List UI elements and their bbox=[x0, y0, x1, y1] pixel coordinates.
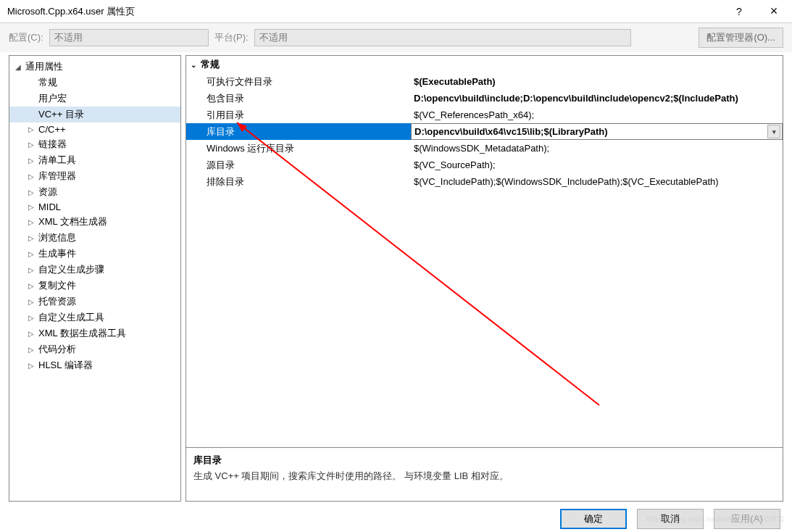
tree-item-label: 生成事件 bbox=[38, 247, 76, 260]
prop-label: 包含目录 bbox=[186, 92, 411, 105]
window-title: Microsoft.Cpp.x64.user 属性页 bbox=[7, 5, 135, 18]
prop-value[interactable]: D:\opencv\build\include;D:\opencv\build\… bbox=[411, 93, 783, 104]
tree-item-label: 自定义生成工具 bbox=[38, 311, 104, 324]
tree-item-label: XML 数据生成器工具 bbox=[38, 327, 126, 340]
tree-item-label: 库管理器 bbox=[38, 170, 76, 183]
expand-icon[interactable]: ▷ bbox=[28, 282, 38, 290]
desc-title: 库目录 bbox=[193, 454, 775, 467]
prop-label: 可执行文件目录 bbox=[186, 75, 411, 88]
prop-value[interactable]: $(VC_SourcePath); bbox=[411, 159, 783, 170]
tree-item-label: XML 文档生成器 bbox=[38, 215, 107, 228]
tree-item-label: HLSL 编译器 bbox=[38, 359, 93, 372]
prop-value[interactable]: D:\opencv\build\x64\vc15\lib;$(LibraryPa… bbox=[411, 123, 783, 140]
tree-item[interactable]: ▷XML 数据生成器工具 bbox=[9, 325, 180, 341]
expand-icon[interactable]: ▷ bbox=[28, 362, 38, 370]
chevron-down-icon[interactable]: ▾ bbox=[767, 125, 780, 138]
tree-item[interactable]: ▷代码分析 bbox=[9, 341, 180, 357]
expand-icon[interactable]: ▷ bbox=[28, 141, 38, 149]
prop-label: 源目录 bbox=[186, 159, 411, 172]
prop-row[interactable]: 排除目录$(VC_IncludePath);$(WindowsSDK_Inclu… bbox=[186, 173, 783, 190]
prop-row[interactable]: Windows 运行库目录$(WindowsSDK_MetadataPath); bbox=[186, 140, 783, 157]
tree-item-label: 复制文件 bbox=[38, 279, 76, 292]
help-button[interactable]: ? bbox=[728, 6, 750, 17]
platform-label: 平台(P): bbox=[214, 31, 249, 44]
tree-panel[interactable]: ◢ 通用属性 常规用户宏VC++ 目录▷C/C++▷链接器▷清单工具▷库管理器▷… bbox=[9, 55, 181, 502]
prop-label: 引用目录 bbox=[186, 109, 411, 122]
collapse-icon[interactable]: ◢ bbox=[15, 63, 25, 71]
prop-label: 库目录 bbox=[186, 125, 411, 138]
tree-item[interactable]: VC++ 目录 bbox=[9, 107, 180, 122]
platform-combo[interactable]: 不适用 bbox=[254, 29, 631, 46]
tree-item-label: 用户宏 bbox=[38, 92, 67, 105]
tree-item-label: 代码分析 bbox=[38, 343, 76, 356]
expand-icon[interactable]: ▷ bbox=[28, 330, 38, 338]
tree-root-label: 通用属性 bbox=[25, 60, 63, 73]
tree-item[interactable]: ▷HLSL 编译器 bbox=[9, 357, 180, 373]
prop-label: 排除目录 bbox=[186, 175, 411, 188]
prop-row[interactable]: 库目录D:\opencv\build\x64\vc15\lib;$(Librar… bbox=[186, 123, 783, 140]
config-combo[interactable]: 不适用 bbox=[49, 29, 209, 46]
description-panel: 库目录 生成 VC++ 项目期间，搜索库文件时使用的路径。 与环境变量 LIB … bbox=[186, 447, 783, 501]
right-panel: ⌄ 常规 可执行文件目录$(ExecutablePath)包含目录D:\open… bbox=[186, 55, 783, 502]
tree-item[interactable]: ▷清单工具 bbox=[9, 152, 180, 168]
title-bar: Microsoft.Cpp.x64.user 属性页 ? × bbox=[0, 0, 792, 23]
tree-item[interactable]: ▷浏览信息 bbox=[9, 230, 180, 246]
expand-icon[interactable]: ⌄ bbox=[191, 61, 201, 69]
prop-row[interactable]: 引用目录$(VC_ReferencesPath_x64); bbox=[186, 107, 783, 123]
tree-item-label: 托管资源 bbox=[38, 295, 76, 308]
property-grid[interactable]: ⌄ 常规 可执行文件目录$(ExecutablePath)包含目录D:\open… bbox=[186, 56, 783, 447]
expand-icon[interactable]: ▷ bbox=[28, 314, 38, 322]
expand-icon[interactable]: ▷ bbox=[28, 188, 38, 196]
tree-item[interactable]: ▷C/C++ bbox=[9, 122, 180, 136]
tree-item[interactable]: 常规 bbox=[9, 75, 180, 91]
expand-icon[interactable]: ▷ bbox=[28, 173, 38, 180]
tree-item[interactable]: ▷链接器 bbox=[9, 136, 180, 152]
tree-item-label: 浏览信息 bbox=[38, 231, 76, 244]
tree-item[interactable]: ▷XML 文档生成器 bbox=[9, 214, 180, 230]
expand-icon[interactable]: ▷ bbox=[28, 203, 38, 211]
expand-icon[interactable]: ▷ bbox=[28, 125, 38, 133]
main-area: ◢ 通用属性 常规用户宏VC++ 目录▷C/C++▷链接器▷清单工具▷库管理器▷… bbox=[0, 52, 792, 502]
ok-button[interactable]: 确定 bbox=[560, 509, 627, 529]
tree-root[interactable]: ◢ 通用属性 bbox=[9, 59, 180, 75]
expand-icon[interactable]: ▷ bbox=[28, 266, 38, 274]
tree-item[interactable]: ▷自定义生成步骤 bbox=[9, 262, 180, 278]
tree-item-label: 资源 bbox=[38, 186, 57, 199]
tree-item[interactable]: ▷生成事件 bbox=[9, 246, 180, 262]
prop-value[interactable]: $(VC_IncludePath);$(WindowsSDK_IncludePa… bbox=[411, 176, 783, 187]
prop-value[interactable]: $(ExecutablePath) bbox=[411, 76, 783, 87]
prop-row[interactable]: 包含目录D:\opencv\build\include;D:\opencv\bu… bbox=[186, 90, 783, 107]
prop-section-header[interactable]: ⌄ 常规 bbox=[186, 56, 783, 73]
prop-label: Windows 运行库目录 bbox=[186, 142, 411, 155]
expand-icon[interactable]: ▷ bbox=[28, 157, 38, 165]
prop-row[interactable]: 可执行文件目录$(ExecutablePath) bbox=[186, 73, 783, 90]
tree-item[interactable]: ▷资源 bbox=[9, 184, 180, 200]
tree-item[interactable]: ▷MIDL bbox=[9, 200, 180, 214]
tree-item-label: 常规 bbox=[38, 76, 57, 89]
desc-text: 生成 VC++ 项目期间，搜索库文件时使用的路径。 与环境变量 LIB 相对应。 bbox=[193, 470, 775, 483]
expand-icon[interactable]: ▷ bbox=[28, 298, 38, 306]
expand-icon[interactable]: ▷ bbox=[28, 250, 38, 258]
window-controls: ? × bbox=[728, 4, 785, 19]
prop-row[interactable]: 源目录$(VC_SourcePath); bbox=[186, 157, 783, 173]
config-label: 配置(C): bbox=[9, 31, 43, 44]
tree-item[interactable]: ▷库管理器 bbox=[9, 168, 180, 184]
prop-value[interactable]: $(WindowsSDK_MetadataPath); bbox=[411, 143, 783, 154]
tree-item-label: 链接器 bbox=[38, 138, 67, 151]
tree-item-label: 自定义生成步骤 bbox=[38, 263, 104, 276]
tree-item-label: 清单工具 bbox=[38, 154, 76, 167]
tree-item-label: MIDL bbox=[38, 201, 61, 212]
close-button[interactable]: × bbox=[763, 4, 785, 19]
config-manager-button[interactable]: 配置管理器(O)... bbox=[699, 28, 783, 48]
tree-item[interactable]: ▷复制文件 bbox=[9, 278, 180, 294]
tree-item[interactable]: 用户宏 bbox=[9, 91, 180, 107]
expand-icon[interactable]: ▷ bbox=[28, 346, 38, 354]
section-label: 常规 bbox=[201, 58, 220, 71]
expand-icon[interactable]: ▷ bbox=[28, 218, 38, 226]
prop-value[interactable]: $(VC_ReferencesPath_x64); bbox=[411, 109, 783, 120]
toolbar: 配置(C): 不适用 平台(P): 不适用 配置管理器(O)... bbox=[0, 23, 792, 52]
expand-icon[interactable]: ▷ bbox=[28, 234, 38, 242]
tree-item[interactable]: ▷自定义生成工具 bbox=[9, 309, 180, 325]
watermark: https://blog.csdn.net/weixin_50260博客 bbox=[646, 514, 785, 525]
tree-item[interactable]: ▷托管资源 bbox=[9, 294, 180, 309]
